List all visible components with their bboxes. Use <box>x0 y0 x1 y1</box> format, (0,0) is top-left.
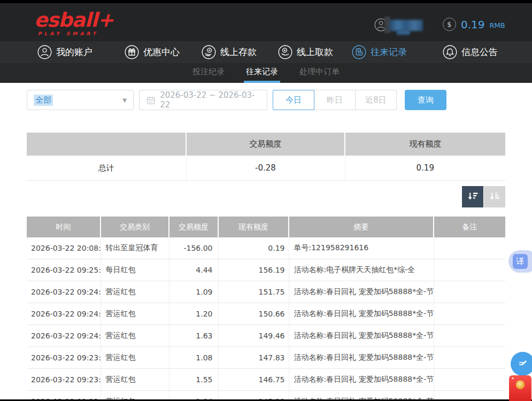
nav-label: 优惠中心 <box>143 46 180 58</box>
nav-item-promotions[interactable]: 优惠中心 <box>125 41 180 63</box>
table-cell: 2026-03-22 20:08:39 <box>27 237 101 259</box>
table-cell: 单号:121958291616 <box>289 237 434 259</box>
table-cell <box>434 325 505 347</box>
nav-item-withdraw[interactable]: 线上取款 <box>278 41 333 63</box>
summary-total-label: 总计 <box>27 156 186 181</box>
nav-item-my-account[interactable]: 我的账户 <box>37 41 92 63</box>
table-cell: 2026-03-22 09:24:15 <box>27 281 101 303</box>
table-cell: 2026-03-22 09:24:00 <box>27 325 101 347</box>
red-envelope-button[interactable]: ✦ <box>509 375 531 401</box>
main-nav: 我的账户 优惠中心 线上存款 线上取款 <box>0 41 532 63</box>
masked-username <box>389 20 423 31</box>
table-row: 2026-03-22 09:24:15营运红包1.09151.75活动名称:春日… <box>27 281 505 303</box>
table-cell <box>434 347 505 369</box>
sort-controls <box>462 186 505 207</box>
table-cell <box>434 369 505 391</box>
sub-nav: 投注纪录 往来记录 处理中订单 <box>0 63 532 83</box>
sparkle-icon: ✦ <box>511 376 514 381</box>
col-header-summary: 摘要 <box>289 217 434 237</box>
col-header-balance: 现有额度 <box>218 217 289 237</box>
nav-label: 线上取款 <box>297 46 333 58</box>
logo-tagline: PLAY SMART <box>34 32 113 36</box>
type-select-value: 全部 <box>34 95 53 106</box>
summary-table: 交易额度 现有额度 总计 -0.28 0.19 <box>27 133 505 181</box>
table-row: 2026-03-22 09:23:39营运红包1.55146.75活动名称:春日… <box>27 369 505 391</box>
table-cell: 转出至皇冠体育 <box>101 237 169 259</box>
translate-icon: 译 <box>513 254 528 269</box>
user-icon <box>37 45 52 59</box>
table-cell: 150.66 <box>218 303 289 325</box>
table-cell: 2026-03-22 09:23:39 <box>27 369 101 391</box>
table-cell: 每日红包 <box>101 259 169 281</box>
table-cell: 1.20 <box>169 303 218 325</box>
table-cell: 活动名称:春日回礼 宠爱加码58888*全-节 <box>289 369 434 391</box>
table-cell <box>434 281 505 303</box>
search-button[interactable]: 查询 <box>405 90 446 110</box>
table-row: 2026-03-22 20:08:39转出至皇冠体育-156.000.19单号:… <box>27 237 505 259</box>
table-cell: 147.83 <box>218 347 289 369</box>
nav-item-deposit[interactable]: 线上存款 <box>202 41 257 63</box>
balance-amount: 0.19 <box>461 18 485 31</box>
tab-betting-records[interactable]: 投注纪录 <box>190 63 227 83</box>
dollar-circle-icon: $ <box>443 18 456 31</box>
brand-logo[interactable]: esball+ PLAY SMART <box>34 10 113 36</box>
table-cell: 0.19 <box>218 237 289 259</box>
summary-total-balance: 0.19 <box>345 156 505 181</box>
table-cell: 1.09 <box>169 281 218 303</box>
col-header-amount: 交易额度 <box>169 217 218 237</box>
summary-row: 总计 -0.28 0.19 <box>27 156 505 181</box>
table-cell: 2026-03-22 09:24:06 <box>27 303 101 325</box>
quick-date-group: 今日 昨日 近8日 <box>273 90 397 110</box>
chevron-down-icon: ▼ <box>122 97 127 103</box>
table-cell: 1.08 <box>169 347 218 369</box>
table-cell: -156.00 <box>169 237 218 259</box>
masked-username <box>397 30 410 35</box>
nav-item-announcements[interactable]: 信息公告 <box>443 41 498 63</box>
translate-button[interactable]: 译 <box>508 250 532 273</box>
table-cell <box>434 303 505 325</box>
records-icon <box>352 45 366 59</box>
date-range-input[interactable]: 2026-03-22 ~ 2026-03-22 <box>139 90 267 110</box>
table-cell: 156.19 <box>218 259 289 281</box>
sort-ascending-button[interactable] <box>484 186 505 207</box>
bell-icon <box>443 45 457 59</box>
yesterday-button[interactable]: 昨日 <box>314 90 356 110</box>
summary-header-empty <box>27 133 186 156</box>
feedback-button[interactable] <box>511 352 532 376</box>
nav-label: 我的账户 <box>56 46 92 58</box>
table-cell: 活动名称:春日回礼 宠爱加码58888*全-节 <box>289 303 434 325</box>
deposit-icon <box>202 45 216 59</box>
table-cell: 2026-03-22 09:23:45 <box>27 347 101 369</box>
table-cell: 营运红包 <box>101 281 169 303</box>
last8days-button[interactable]: 近8日 <box>355 90 397 110</box>
summary-total-transaction: -0.28 <box>186 156 345 181</box>
sort-ascending-icon <box>488 190 501 203</box>
tab-transaction-records[interactable]: 往来记录 <box>244 63 280 83</box>
type-select[interactable]: 全部 ▼ <box>27 90 134 110</box>
nav-label: 往来记录 <box>371 46 407 58</box>
col-header-remark: 备注 <box>434 217 505 237</box>
nav-label: 信息公告 <box>461 46 498 58</box>
table-cell <box>434 237 505 259</box>
tab-pending-orders[interactable]: 处理中订单 <box>297 63 342 83</box>
table-row: 2026-03-22 09:24:06营运红包1.20150.66活动名称:春日… <box>27 303 505 325</box>
table-cell: 1.55 <box>169 369 218 391</box>
transactions-table: 时间 交易类别 交易额度 现有额度 摘要 备注 2026-03-22 20:08… <box>27 217 505 401</box>
summary-header-transaction: 交易额度 <box>186 133 345 156</box>
table-header-row: 时间 交易类别 交易额度 现有额度 摘要 备注 <box>27 217 505 237</box>
sort-descending-icon <box>466 190 479 203</box>
table-cell: 营运红包 <box>101 369 169 391</box>
logo-text: esball+ <box>34 10 113 30</box>
transactions-tbody: 2026-03-22 20:08:39转出至皇冠体育-156.000.19单号:… <box>27 237 505 401</box>
table-cell: 146.75 <box>218 369 289 391</box>
withdraw-icon <box>278 45 292 59</box>
wallet-balance[interactable]: $ 0.19 RMB <box>443 18 505 31</box>
sort-descending-button[interactable] <box>462 186 483 207</box>
table-cell: 4.44 <box>169 259 218 281</box>
nav-item-records[interactable]: 往来记录 <box>352 41 407 63</box>
col-header-time: 时间 <box>27 217 101 237</box>
table-cell <box>434 259 505 281</box>
table-cell: 活动名称:春日回礼 宠爱加码58888*全-节 <box>289 325 434 347</box>
today-button[interactable]: 今日 <box>273 90 314 110</box>
balance-currency: RMB <box>490 19 505 29</box>
